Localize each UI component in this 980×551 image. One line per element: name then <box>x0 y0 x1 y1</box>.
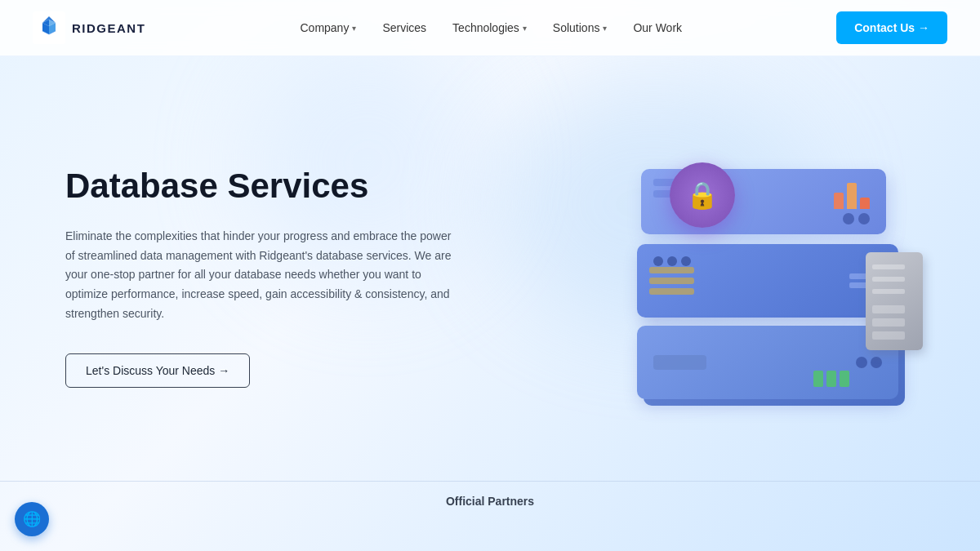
contact-us-button[interactable]: Contact Us → <box>836 11 947 44</box>
hero-content: Database Services Eliminate the complexi… <box>65 166 457 387</box>
partners-section: Official Partners <box>0 481 980 521</box>
hero-title: Database Services <box>65 166 457 207</box>
side-panel <box>866 252 923 350</box>
bar-1 <box>834 193 844 209</box>
server-stack: 🔒 <box>621 138 915 415</box>
nav-item-company[interactable]: Company ▾ <box>300 21 356 34</box>
nav-item-services[interactable]: Services <box>382 21 426 34</box>
bar-2 <box>847 183 857 209</box>
nav-item-solutions[interactable]: Solutions ▾ <box>553 21 608 34</box>
lock-icon: 🔒 <box>670 162 735 228</box>
server-bottom <box>637 326 898 399</box>
bar-chart <box>834 183 870 209</box>
logo[interactable]: RIDGEANT <box>33 11 145 44</box>
partners-label: Official Partners <box>446 495 534 508</box>
chevron-down-icon-tech: ▾ <box>523 24 527 33</box>
logo-icon <box>33 11 65 44</box>
server-mid-dots <box>653 256 691 266</box>
server-illustration: 🔒 <box>572 122 915 432</box>
chat-icon: 🌐 <box>23 510 41 528</box>
hero-section: Database Services Eliminate the complexi… <box>0 56 980 481</box>
chevron-down-icon-sol: ▾ <box>603 24 607 33</box>
nav-item-our-work[interactable]: Our Work <box>633 21 682 34</box>
chat-widget-button[interactable]: 🌐 <box>15 502 49 536</box>
nav-links: Company ▾ Services Technologies ▾ Soluti… <box>300 21 682 34</box>
nav-item-technologies[interactable]: Technologies ▾ <box>452 21 527 34</box>
logo-text: RIDGEANT <box>72 21 145 35</box>
navbar: RIDGEANT Company ▾ Services Technologies… <box>0 0 980 56</box>
hero-description: Eliminate the complexities that hinder y… <box>65 227 457 324</box>
chevron-down-icon: ▾ <box>352 24 356 33</box>
cta-button[interactable]: Let's Discuss Your Needs → <box>65 353 250 388</box>
bar-3 <box>860 198 870 209</box>
server-mid <box>637 244 898 318</box>
